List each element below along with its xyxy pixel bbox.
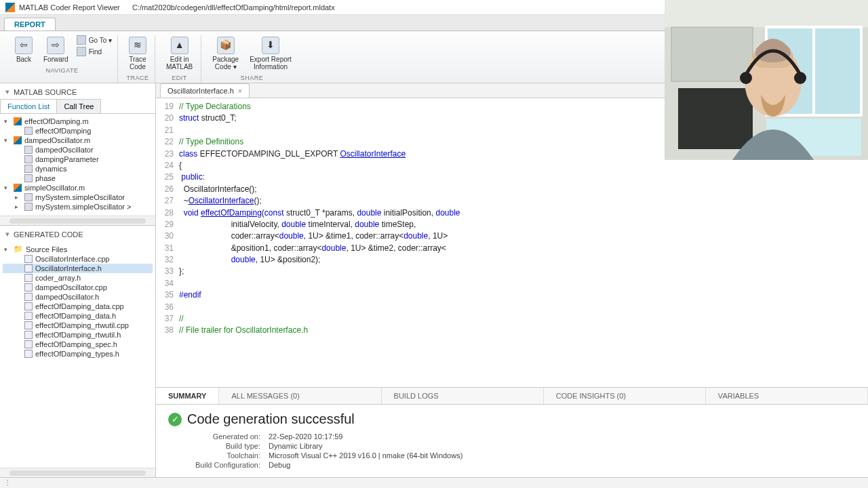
svg-rect-1 [665, 0, 868, 27]
code-line[interactable]: 25 public: [156, 171, 868, 183]
file-icon [24, 165, 33, 173]
code-line[interactable]: 24{ [156, 160, 868, 171]
tree-item[interactable]: OscillatorInterface.cpp [3, 254, 153, 264]
matlab-source-tree: ▾effectOfDamping.meffectOfDamping▾damped… [0, 114, 155, 216]
trace-code-button[interactable]: ≋ Trace Code [126, 35, 149, 72]
summary-value: Microsoft Visual C++ 2019 v16.0 | nmake … [269, 451, 462, 460]
twisty-icon: ▸ [15, 203, 22, 210]
tree-item[interactable]: dampingParameter [3, 155, 153, 164]
tab-variables[interactable]: VARIABLES [706, 388, 868, 404]
chevron-down-icon: ▾ [5, 230, 9, 239]
code-line[interactable]: 37// [156, 313, 868, 325]
tab-summary[interactable]: SUMMARY [156, 388, 219, 404]
tree-item[interactable]: effectOfDamping [3, 126, 153, 136]
nav-back-button[interactable]: ⇦ Back [12, 35, 35, 64]
generated-code-heading[interactable]: ▾ GENERATED CODE [0, 226, 155, 241]
code-line[interactable]: 33}; [156, 266, 868, 277]
tree-item[interactable]: dampedOscillator [3, 145, 153, 155]
tree-item[interactable]: ▸mySystem.simpleOscillator [3, 192, 153, 202]
file-icon [14, 136, 22, 144]
tab-function-list[interactable]: Function List [0, 99, 57, 113]
code-line[interactable]: 35#endif [156, 289, 868, 301]
code-line[interactable]: 31 &position1, coder::array<double, 1U> … [156, 243, 868, 254]
tree-item[interactable]: effectOfDamping_data.h [3, 311, 153, 321]
file-icon [24, 203, 33, 211]
tree-item[interactable]: dampedOscillator.h [3, 292, 153, 302]
file-icon [24, 127, 33, 135]
matlab-source-heading[interactable]: ▾ MATLAB SOURCE [0, 83, 155, 99]
tree-item[interactable]: ▾simpleOscillator.m [3, 183, 153, 192]
close-icon[interactable]: × [238, 87, 242, 95]
tree-item-label: phase [35, 174, 56, 182]
tree-item[interactable]: effectOfDamping_types.h [3, 349, 153, 359]
package-code-button[interactable]: 📦 Package Code ▾ [210, 35, 241, 72]
tree-item-label: effectOfDamping_rtwutil.cpp [35, 321, 129, 329]
tree-item[interactable]: effectOfDamping_rtwutil.cpp [3, 321, 153, 330]
ribbon-group-share: SHARE [241, 72, 264, 83]
tab-all-messages[interactable]: ALL MESSAGES (0) [219, 388, 381, 404]
file-icon [24, 350, 33, 358]
tree-item[interactable]: ▾effectOfDamping.m [3, 117, 153, 126]
chevron-down-icon: ▾ [5, 87, 9, 96]
line-number: 36 [156, 302, 179, 313]
tree-item[interactable]: coder_array.h [3, 273, 153, 283]
tree-item[interactable]: ▾📁Source Files [3, 244, 153, 254]
left-panel: ▾ MATLAB SOURCE Function List Call Tree … [0, 83, 156, 477]
ribbon-group-trace: TRACE [126, 72, 149, 83]
code-line[interactable]: 30 coder::array<double, 1U> &time1, code… [156, 230, 868, 242]
code-text: void effectOfDamping(const struct0_T *pa… [179, 207, 868, 219]
nav-forward-button[interactable]: ⇨ Forward [41, 35, 71, 64]
nav-find-button[interactable]: Find [77, 47, 112, 56]
summary-key: Toolchain: [187, 451, 269, 460]
file-icon [24, 340, 33, 348]
line-number: 21 [156, 125, 179, 136]
tree-item[interactable]: effectOfDamping_rtwutil.h [3, 330, 153, 340]
summary-row: Build type:Dynamic Library [187, 442, 856, 450]
summary-panel: ✓ Code generation successful Generated o… [156, 405, 868, 477]
tree-item[interactable]: OscillatorInterface.h [3, 264, 153, 273]
tree-item[interactable]: phase [3, 174, 153, 183]
summary-row: Toolchain:Microsoft Visual C++ 2019 v16.… [187, 451, 856, 460]
line-number: 22 [156, 136, 179, 148]
code-line[interactable]: 32 double, 1U> &position2); [156, 254, 868, 266]
code-line[interactable]: 38// File trailer for OscillatorInterfac… [156, 325, 868, 336]
svg-rect-2 [671, 27, 753, 81]
summary-value: 22-Sep-2020 10:17:59 [269, 432, 342, 441]
tree-item[interactable]: ▾dampedOscillator.m [3, 136, 153, 145]
ribbon-group-navigate: NAVIGATE [45, 64, 78, 75]
tree-item[interactable]: effectOfDamping_data.cpp [3, 302, 153, 311]
summary-row: Build Configuration:Debug [187, 461, 856, 469]
tab-call-tree[interactable]: Call Tree [56, 99, 101, 113]
code-line[interactable]: 28 void effectOfDamping(const struct0_T … [156, 207, 868, 219]
ribbon-tab-report[interactable]: REPORT [4, 18, 56, 30]
code-line[interactable]: 34 [156, 278, 868, 289]
tab-build-logs[interactable]: BUILD LOGS [382, 388, 544, 404]
tree-item-label: effectOfDamping_data.h [35, 312, 116, 320]
tab-code-insights[interactable]: CODE INSIGHTS (0) [544, 388, 706, 404]
file-tab-oscillatorinterface[interactable]: OscillatorInterface.h × [160, 83, 250, 98]
horizontal-scrollbar[interactable] [0, 468, 155, 477]
code-line[interactable]: 27 ~OscillatorInterface(); [156, 195, 868, 207]
code-line[interactable]: 36 [156, 302, 868, 313]
export-report-button[interactable]: ⬇ Export Report Information [247, 35, 294, 72]
tree-item[interactable]: dynamics [3, 164, 153, 174]
summary-key: Generated on: [187, 432, 269, 441]
line-number: 34 [156, 278, 179, 289]
summary-heading: ✓ Code generation successful [168, 411, 856, 427]
code-line[interactable]: 26 OscillatorInterface(); [156, 184, 868, 195]
tree-item[interactable]: ▸mySystem.simpleOscillator > [3, 202, 153, 211]
tree-item-label: dampedOscillator.h [35, 293, 99, 301]
tree-item[interactable]: dampedOscillator.cpp [3, 283, 153, 292]
matlab-icon: ▲ [171, 37, 189, 54]
horizontal-scrollbar[interactable] [0, 216, 155, 225]
summary-row: Generated on:22-Sep-2020 10:17:59 [187, 432, 856, 441]
nav-goto-button[interactable]: Go To ▾ [77, 35, 112, 45]
tree-item[interactable]: effectOfDamping_spec.h [3, 340, 153, 349]
code-text: OscillatorInterface(); [179, 184, 868, 195]
line-number: 30 [156, 230, 179, 242]
code-line[interactable]: 29 initialVelocity, double timeInterval,… [156, 219, 868, 230]
package-icon: 📦 [217, 37, 235, 54]
svg-point-10 [794, 72, 806, 84]
edit-in-matlab-button[interactable]: ▲ Edit in MATLAB [163, 35, 195, 72]
code-text: &position1, coder::array<double, 1U> &ti… [179, 243, 868, 254]
